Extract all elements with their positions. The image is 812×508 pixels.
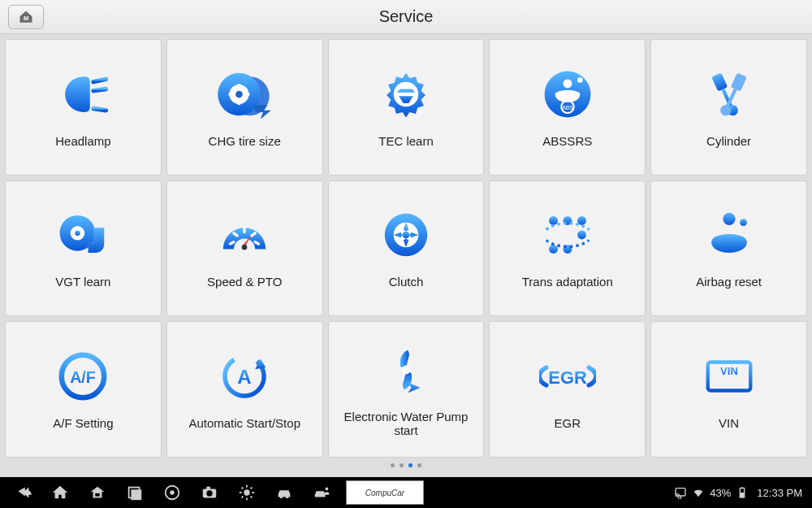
svg-rect-79 — [741, 493, 745, 497]
tile-ewp[interactable]: Electronic Water Pump start — [328, 321, 485, 458]
car-user-button[interactable] — [305, 480, 338, 505]
page-dot[interactable] — [408, 463, 412, 467]
clutch-icon — [378, 206, 434, 263]
page-dot[interactable] — [417, 463, 421, 467]
svg-point-36 — [403, 232, 410, 239]
svg-point-12 — [246, 93, 249, 96]
tile-clutch[interactable]: Clutch — [328, 180, 485, 317]
svg-point-46 — [577, 231, 586, 240]
tire-icon — [216, 66, 273, 123]
af-icon: A/F — [54, 348, 111, 405]
tile-vgt-learn[interactable]: VGT learn — [5, 180, 162, 317]
tile-cylinder[interactable]: Cylinder — [650, 39, 807, 176]
svg-line-73 — [251, 497, 253, 498]
tile-trans-adapt[interactable]: Trans adaptation — [489, 180, 646, 317]
clock: 12:33 PM — [757, 487, 802, 499]
tile-label: Airbag reset — [696, 275, 762, 289]
gauge-icon — [216, 206, 273, 263]
svg-point-11 — [229, 93, 232, 96]
svg-point-47 — [723, 213, 735, 225]
svg-text:EGR: EGR — [548, 367, 587, 388]
svg-line-72 — [242, 488, 244, 489]
title-bar: M Service — [0, 0, 812, 34]
svg-rect-66 — [206, 487, 210, 490]
recent-button[interactable] — [119, 480, 151, 505]
svg-point-44 — [549, 245, 558, 254]
bottom-navbar: CompuCar 43% 12:33 PM — [0, 477, 812, 508]
car-button[interactable] — [268, 480, 300, 505]
svg-point-41 — [549, 217, 558, 226]
service-grid-wrap: HeadlampCHG tire sizeTEC learnABSABSSRSC… — [0, 34, 812, 477]
svg-point-15 — [563, 79, 572, 88]
svg-point-67 — [244, 489, 249, 495]
tile-airbag[interactable]: Airbag reset — [650, 180, 807, 317]
page-dot[interactable] — [391, 463, 395, 467]
svg-line-75 — [242, 497, 244, 498]
turbo-icon — [54, 206, 111, 263]
svg-point-10 — [237, 102, 240, 105]
tile-auto-ss[interactable]: AAutomatic Start/Stop — [166, 321, 323, 458]
page-title: Service — [0, 7, 812, 26]
tile-vin[interactable]: VINVIN — [650, 321, 807, 458]
pistons-icon — [701, 66, 758, 123]
svg-rect-59 — [95, 493, 100, 497]
tile-label: VGT learn — [55, 275, 110, 289]
svg-rect-22 — [730, 72, 746, 91]
svg-point-53 — [402, 365, 411, 374]
tile-label: A/F Setting — [53, 416, 113, 431]
page-dots[interactable] — [5, 458, 807, 472]
camera-button[interactable] — [193, 480, 226, 505]
svg-point-27 — [76, 231, 81, 237]
gearbox-icon — [539, 206, 596, 263]
tile-label: Clutch — [389, 275, 424, 289]
tile-label: Trans adaptation — [522, 275, 613, 289]
tile-label: EGR — [555, 416, 581, 431]
tile-tec-learn[interactable]: TEC learn — [328, 39, 485, 176]
service-grid: HeadlampCHG tire sizeTEC learnABSABSSRSC… — [5, 39, 807, 458]
svg-text:M: M — [24, 15, 28, 22]
home-nav-button[interactable] — [44, 480, 76, 505]
svg-point-8 — [235, 90, 243, 98]
svg-point-65 — [206, 490, 212, 496]
battery-percent: 43% — [710, 487, 731, 499]
fan-arrow-icon — [378, 341, 434, 398]
apps-button[interactable] — [81, 480, 114, 505]
back-button[interactable] — [6, 480, 39, 505]
tile-label: Electronic Water Pump start — [332, 410, 481, 438]
autoss-icon: A — [216, 348, 273, 405]
wifi-icon — [692, 486, 705, 499]
brightness-button[interactable] — [231, 480, 263, 505]
battery-icon — [736, 486, 749, 499]
tile-chg-tire[interactable]: CHG tire size — [166, 39, 323, 176]
svg-point-18 — [577, 77, 583, 83]
svg-point-48 — [740, 219, 747, 227]
tile-label: Speed & PTO — [207, 275, 282, 289]
tile-abssrs[interactable]: ABSABSSRS — [489, 39, 646, 176]
svg-text:A/F: A/F — [71, 368, 97, 386]
svg-line-2 — [94, 89, 106, 90]
tile-headlamp[interactable]: Headlamp — [5, 39, 162, 176]
egr-icon: EGR — [539, 348, 596, 405]
headlamp-icon — [54, 66, 111, 123]
tile-af-setting[interactable]: A/FA/F Setting — [5, 321, 162, 458]
svg-line-4 — [94, 108, 106, 110]
home-button[interactable]: M — [8, 5, 44, 29]
tile-label: Automatic Start/Stop — [188, 416, 300, 431]
tile-label: ABSSRS — [542, 134, 592, 149]
page-dot[interactable] — [400, 463, 404, 467]
status-area: 43% 12:33 PM — [674, 486, 806, 499]
vin-icon: VIN — [701, 348, 758, 405]
tile-label: TEC learn — [378, 134, 434, 149]
tile-egr[interactable]: EGREGR — [489, 321, 646, 458]
abssrs-icon: ABS — [539, 66, 596, 123]
svg-line-1 — [94, 79, 106, 81]
tile-label: CHG tire size — [209, 134, 281, 149]
svg-rect-61 — [131, 489, 141, 500]
browser-button[interactable] — [156, 480, 188, 505]
svg-text:ABS: ABS — [562, 104, 573, 110]
tile-speed-pto[interactable]: Speed & PTO — [166, 180, 323, 317]
svg-line-32 — [255, 242, 258, 244]
svg-rect-77 — [676, 488, 685, 496]
gear-grad-icon — [378, 66, 434, 123]
svg-point-76 — [326, 488, 329, 491]
